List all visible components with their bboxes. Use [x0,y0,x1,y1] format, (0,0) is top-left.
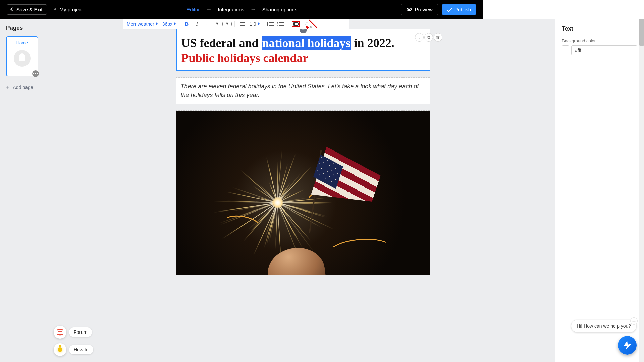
underline-button[interactable]: U [203,20,211,28]
block-gap[interactable] [176,71,430,78]
top-bar: Save & Exit My project Editor → Integrat… [0,0,483,19]
chevron-left-icon [10,7,14,11]
bold-button[interactable]: B [183,20,191,28]
duplicate-block-button[interactable]: ⧉ [424,33,433,42]
intro-text: There are eleven federal holidays in the… [181,83,419,98]
block-gap[interactable] [176,104,430,111]
hero-bg [176,111,430,272]
publish-label: Publish [454,7,471,12]
toolbar-separator [263,21,263,27]
flag-graphic [316,160,379,222]
font-family-select[interactable]: Merriweather [127,21,158,27]
preview-button[interactable]: Preview [401,4,438,15]
project-name[interactable]: My project [54,7,83,12]
link-button[interactable] [292,21,300,27]
font-family-value: Merriweather [127,21,154,27]
save-exit-label: Save & Exit [16,7,43,12]
publish-button[interactable]: Publish [442,4,476,15]
ordered-list-button[interactable] [267,20,275,28]
unsaved-dot-icon [54,8,56,10]
toolbar-separator [288,21,288,27]
canvas-content: + ↓ ⧉ 🗑 US federal and national holidays… [176,29,430,272]
add-page-label: Add page [13,85,33,90]
nav-sharing[interactable]: Sharing options [262,7,297,12]
house-icon [19,56,25,61]
caret-icon [174,22,176,25]
heading-block[interactable]: + ↓ ⧉ 🗑 US federal and national holidays… [176,29,430,71]
ordered-list-icon [268,22,274,26]
editor-canvas: + ↓ ⧉ 🗑 US federal and national holidays… [51,19,483,272]
toolbar-separator [179,21,179,27]
text-toolbar: Merriweather 36px B I U A A 1.0 T [123,19,349,29]
page-thumb-label: Home [7,40,38,45]
plus-icon: + [6,84,10,90]
link-icon [293,22,299,26]
nav-integrations[interactable]: Integrations [218,7,244,12]
delete-block-button[interactable]: 🗑 [434,33,442,42]
line-height-select[interactable]: 1.0 [250,21,259,27]
image-block[interactable] [176,111,430,272]
font-size-select[interactable]: 36px [162,21,176,27]
align-button[interactable] [238,20,246,28]
main-area: Pages Home ••• + Add page + ↓ ⧉ 🗑 US fed… [0,19,483,272]
h1-pre: US federal and [181,36,262,50]
nav-arrow-icon: → [206,6,212,13]
pages-sidebar: Pages Home ••• + Add page [0,19,51,272]
text-color-button[interactable]: A [213,20,221,28]
pages-title: Pages [6,25,45,32]
toolbar-separator [234,21,235,27]
check-icon [447,7,452,12]
italic-button[interactable]: I [193,20,201,28]
nav-arrow-icon: → [250,6,256,13]
page-options-button[interactable]: ••• [32,70,39,77]
page-thumbnail-home[interactable]: Home ••• [6,36,38,76]
unordered-list-icon [278,22,284,26]
block-actions: ↓ ⧉ 🗑 [415,33,442,42]
move-block-down-button[interactable]: ↓ [415,33,424,42]
font-size-value: 36px [162,21,172,27]
add-page-button[interactable]: + Add page [6,84,45,90]
text-highlight-button[interactable]: A [223,20,231,28]
preview-label: Preview [415,7,432,12]
intro-block[interactable]: There are eleven federal holidays in the… [176,78,430,104]
clear-format-button[interactable]: T [302,20,310,28]
line-height-value: 1.0 [250,21,256,27]
nav-editor[interactable]: Editor [186,7,200,12]
h1-line2: Public holidays calendar [181,51,308,65]
heading-text[interactable]: US federal and national holidays in 2022… [181,36,425,66]
home-thumb-icon [14,50,31,67]
h1-post: in 2022. [351,36,394,50]
save-exit-button[interactable]: Save & Exit [7,4,47,15]
h1-selected: national holidays [262,36,351,50]
align-left-icon [240,22,245,26]
sparkler-core [272,197,283,208]
eye-icon [407,8,412,11]
unordered-list-button[interactable] [277,20,285,28]
caret-icon [156,22,158,25]
caret-icon [258,22,260,25]
project-name-label: My project [60,7,83,12]
top-nav: Editor → Integrations → Sharing options [83,6,401,13]
